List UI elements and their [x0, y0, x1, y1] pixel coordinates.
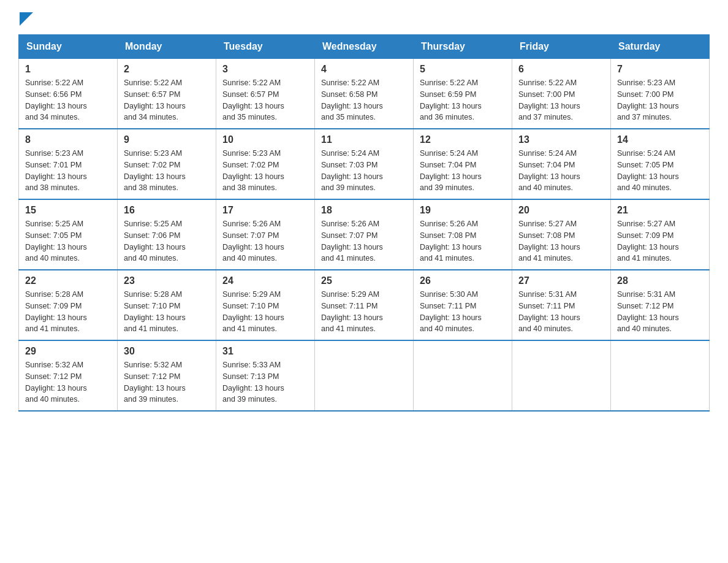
day-number: 8: [25, 134, 111, 145]
calendar-cell: 1 Sunrise: 5:22 AM Sunset: 6:56 PM Dayli…: [19, 59, 118, 129]
calendar-body: 1 Sunrise: 5:22 AM Sunset: 6:56 PM Dayli…: [19, 59, 710, 412]
day-info: Sunrise: 5:24 AM Sunset: 7:03 PM Dayligh…: [321, 148, 407, 194]
day-number: 17: [222, 205, 308, 216]
day-number: 21: [617, 205, 703, 216]
day-info: Sunrise: 5:23 AM Sunset: 7:00 PM Dayligh…: [617, 77, 703, 123]
calendar-cell: 29 Sunrise: 5:32 AM Sunset: 7:12 PM Dayl…: [19, 340, 118, 411]
day-info: Sunrise: 5:22 AM Sunset: 7:00 PM Dayligh…: [518, 77, 604, 123]
day-number: 19: [420, 205, 506, 216]
calendar-cell: 10 Sunrise: 5:23 AM Sunset: 7:02 PM Dayl…: [216, 129, 315, 199]
day-number: 3: [222, 64, 308, 75]
day-info: Sunrise: 5:26 AM Sunset: 7:07 PM Dayligh…: [222, 218, 308, 264]
day-info: Sunrise: 5:26 AM Sunset: 7:07 PM Dayligh…: [321, 218, 407, 264]
svg-marker-0: [20, 12, 33, 26]
page-header: [18, 12, 710, 22]
day-number: 1: [25, 64, 111, 75]
calendar-cell: 3 Sunrise: 5:22 AM Sunset: 6:57 PM Dayli…: [216, 59, 315, 129]
calendar-cell: 20 Sunrise: 5:27 AM Sunset: 7:08 PM Dayl…: [512, 199, 611, 270]
day-info: Sunrise: 5:22 AM Sunset: 6:56 PM Dayligh…: [25, 77, 111, 123]
day-info: Sunrise: 5:25 AM Sunset: 7:05 PM Dayligh…: [25, 218, 111, 264]
day-info: Sunrise: 5:22 AM Sunset: 6:59 PM Dayligh…: [420, 77, 506, 123]
calendar-cell: 17 Sunrise: 5:26 AM Sunset: 7:07 PM Dayl…: [216, 199, 315, 270]
logo-triangle-icon: [20, 12, 33, 26]
calendar-week-row: 29 Sunrise: 5:32 AM Sunset: 7:12 PM Dayl…: [19, 340, 710, 411]
weekday-header-saturday: Saturday: [611, 35, 710, 59]
weekday-header-sunday: Sunday: [19, 35, 118, 59]
day-number: 7: [617, 64, 703, 75]
calendar-cell: 14 Sunrise: 5:24 AM Sunset: 7:05 PM Dayl…: [611, 129, 710, 199]
day-info: Sunrise: 5:23 AM Sunset: 7:02 PM Dayligh…: [222, 148, 308, 194]
day-info: Sunrise: 5:24 AM Sunset: 7:04 PM Dayligh…: [518, 148, 604, 194]
calendar-cell: 30 Sunrise: 5:32 AM Sunset: 7:12 PM Dayl…: [118, 340, 216, 411]
day-info: Sunrise: 5:31 AM Sunset: 7:11 PM Dayligh…: [518, 289, 604, 335]
calendar-cell: 23 Sunrise: 5:28 AM Sunset: 7:10 PM Dayl…: [118, 270, 216, 340]
calendar-cell: 16 Sunrise: 5:25 AM Sunset: 7:06 PM Dayl…: [118, 199, 216, 270]
day-info: Sunrise: 5:23 AM Sunset: 7:02 PM Dayligh…: [124, 148, 210, 194]
day-number: 20: [518, 205, 604, 216]
calendar-cell: 25 Sunrise: 5:29 AM Sunset: 7:11 PM Dayl…: [315, 270, 414, 340]
calendar-cell: 7 Sunrise: 5:23 AM Sunset: 7:00 PM Dayli…: [611, 59, 710, 129]
calendar-cell: 5 Sunrise: 5:22 AM Sunset: 6:59 PM Dayli…: [414, 59, 512, 129]
calendar-cell: 11 Sunrise: 5:24 AM Sunset: 7:03 PM Dayl…: [315, 129, 414, 199]
calendar-cell: 6 Sunrise: 5:22 AM Sunset: 7:00 PM Dayli…: [512, 59, 611, 129]
day-number: 31: [222, 346, 308, 357]
logo: [18, 12, 33, 22]
day-number: 24: [222, 275, 308, 286]
day-number: 30: [124, 346, 210, 357]
calendar-cell: [611, 340, 710, 411]
calendar-week-row: 8 Sunrise: 5:23 AM Sunset: 7:01 PM Dayli…: [19, 129, 710, 199]
day-number: 5: [420, 64, 506, 75]
day-info: Sunrise: 5:28 AM Sunset: 7:10 PM Dayligh…: [124, 289, 210, 335]
day-number: 4: [321, 64, 407, 75]
day-info: Sunrise: 5:28 AM Sunset: 7:09 PM Dayligh…: [25, 289, 111, 335]
day-info: Sunrise: 5:31 AM Sunset: 7:12 PM Dayligh…: [617, 289, 703, 335]
day-number: 6: [518, 64, 604, 75]
day-info: Sunrise: 5:32 AM Sunset: 7:12 PM Dayligh…: [124, 359, 210, 405]
calendar-cell: 26 Sunrise: 5:30 AM Sunset: 7:11 PM Dayl…: [414, 270, 512, 340]
calendar-cell: 31 Sunrise: 5:33 AM Sunset: 7:13 PM Dayl…: [216, 340, 315, 411]
day-info: Sunrise: 5:22 AM Sunset: 6:57 PM Dayligh…: [222, 77, 308, 123]
calendar-cell: 28 Sunrise: 5:31 AM Sunset: 7:12 PM Dayl…: [611, 270, 710, 340]
day-info: Sunrise: 5:29 AM Sunset: 7:10 PM Dayligh…: [222, 289, 308, 335]
calendar-cell: 4 Sunrise: 5:22 AM Sunset: 6:58 PM Dayli…: [315, 59, 414, 129]
day-number: 2: [124, 64, 210, 75]
weekday-header-row: SundayMondayTuesdayWednesdayThursdayFrid…: [19, 35, 710, 59]
day-number: 13: [518, 134, 604, 145]
calendar-header: SundayMondayTuesdayWednesdayThursdayFrid…: [19, 35, 710, 59]
calendar-cell: 19 Sunrise: 5:26 AM Sunset: 7:08 PM Dayl…: [414, 199, 512, 270]
calendar-cell: 27 Sunrise: 5:31 AM Sunset: 7:11 PM Dayl…: [512, 270, 611, 340]
weekday-header-wednesday: Wednesday: [315, 35, 414, 59]
weekday-header-tuesday: Tuesday: [216, 35, 315, 59]
calendar-week-row: 1 Sunrise: 5:22 AM Sunset: 6:56 PM Dayli…: [19, 59, 710, 129]
calendar-cell: [512, 340, 611, 411]
day-info: Sunrise: 5:30 AM Sunset: 7:11 PM Dayligh…: [420, 289, 506, 335]
calendar-cell: 15 Sunrise: 5:25 AM Sunset: 7:05 PM Dayl…: [19, 199, 118, 270]
calendar-week-row: 15 Sunrise: 5:25 AM Sunset: 7:05 PM Dayl…: [19, 199, 710, 270]
day-number: 9: [124, 134, 210, 145]
day-number: 22: [25, 275, 111, 286]
calendar-table: SundayMondayTuesdayWednesdayThursdayFrid…: [18, 34, 710, 412]
day-number: 25: [321, 275, 407, 286]
calendar-cell: [315, 340, 414, 411]
calendar-cell: [414, 340, 512, 411]
calendar-cell: 8 Sunrise: 5:23 AM Sunset: 7:01 PM Dayli…: [19, 129, 118, 199]
weekday-header-monday: Monday: [118, 35, 216, 59]
calendar-cell: 22 Sunrise: 5:28 AM Sunset: 7:09 PM Dayl…: [19, 270, 118, 340]
weekday-header-friday: Friday: [512, 35, 611, 59]
day-info: Sunrise: 5:27 AM Sunset: 7:08 PM Dayligh…: [518, 218, 604, 264]
day-number: 26: [420, 275, 506, 286]
day-info: Sunrise: 5:23 AM Sunset: 7:01 PM Dayligh…: [25, 148, 111, 194]
day-info: Sunrise: 5:24 AM Sunset: 7:04 PM Dayligh…: [420, 148, 506, 194]
day-number: 11: [321, 134, 407, 145]
calendar-cell: 21 Sunrise: 5:27 AM Sunset: 7:09 PM Dayl…: [611, 199, 710, 270]
calendar-cell: 9 Sunrise: 5:23 AM Sunset: 7:02 PM Dayli…: [118, 129, 216, 199]
calendar-week-row: 22 Sunrise: 5:28 AM Sunset: 7:09 PM Dayl…: [19, 270, 710, 340]
calendar-cell: 2 Sunrise: 5:22 AM Sunset: 6:57 PM Dayli…: [118, 59, 216, 129]
day-info: Sunrise: 5:25 AM Sunset: 7:06 PM Dayligh…: [124, 218, 210, 264]
day-number: 12: [420, 134, 506, 145]
day-info: Sunrise: 5:33 AM Sunset: 7:13 PM Dayligh…: [222, 359, 308, 405]
calendar-cell: 12 Sunrise: 5:24 AM Sunset: 7:04 PM Dayl…: [414, 129, 512, 199]
day-number: 10: [222, 134, 308, 145]
day-number: 16: [124, 205, 210, 216]
calendar-cell: 13 Sunrise: 5:24 AM Sunset: 7:04 PM Dayl…: [512, 129, 611, 199]
